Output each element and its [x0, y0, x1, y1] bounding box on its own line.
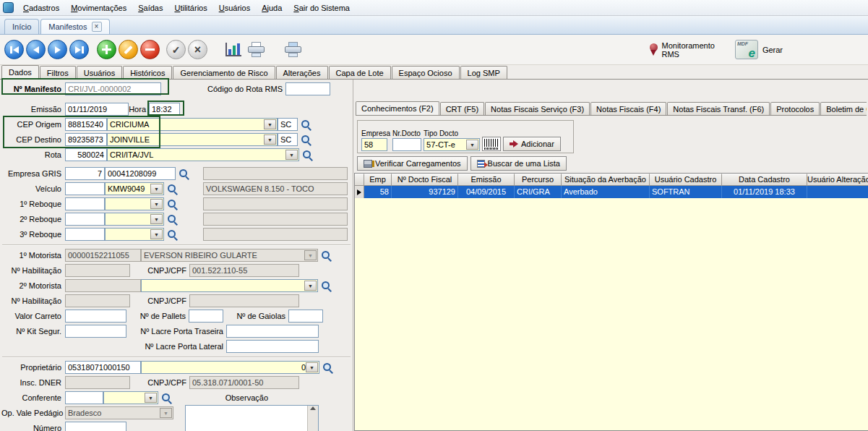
reboque2-codigo-field[interactable]: [65, 213, 105, 226]
conferente-combo[interactable]: [103, 391, 158, 404]
monitoramento-rms-button[interactable]: Monitoramento RMS: [662, 41, 715, 59]
pallets-field[interactable]: [189, 310, 223, 323]
mdfe-icon[interactable]: MDF e: [735, 40, 758, 59]
empresa-gris-search-icon[interactable]: [178, 168, 190, 180]
col-usuario-cadastro[interactable]: Usuário Cadastro: [650, 174, 722, 186]
motorista2-combo[interactable]: [141, 279, 318, 292]
numero-field[interactable]: [65, 422, 126, 431]
scroll-up-icon[interactable]: [310, 406, 316, 410]
tab-usuarios[interactable]: Usuários: [77, 66, 122, 79]
edit-record-button[interactable]: [119, 40, 138, 59]
reboque2-combo[interactable]: [105, 213, 164, 226]
tab-nf-servico[interactable]: Notas Fiscais Serviço (F3): [485, 102, 590, 115]
tab-notas-fiscais[interactable]: Notas Fiscais (F4): [590, 102, 666, 115]
cidade-destino-combo[interactable]: JOINVILLE: [107, 133, 278, 146]
tab-manifestos[interactable]: Manifestos: [40, 19, 109, 34]
col-percurso[interactable]: Percurso: [515, 174, 562, 186]
close-tab-icon[interactable]: [92, 22, 102, 32]
conferente-search-icon[interactable]: [160, 392, 173, 404]
grid-row[interactable]: 58 937129 04/09/2015 CRI/GRA Averbado SO…: [355, 186, 868, 198]
rota-search-icon[interactable]: [301, 149, 314, 161]
cep-destino-field[interactable]: 89235873: [65, 133, 107, 146]
empresa-field[interactable]: 58: [361, 138, 387, 151]
buscar-lista-button[interactable]: Buscar de uma Lista: [470, 156, 567, 171]
proprietario-codigo-field[interactable]: 05318071000150: [65, 361, 141, 374]
veiculo-search-icon[interactable]: [166, 183, 179, 195]
menu-item-saidas[interactable]: Saídas: [133, 1, 168, 14]
reboque3-codigo-field[interactable]: [65, 228, 105, 241]
menu-item-ajuda[interactable]: Ajuda: [257, 1, 287, 14]
print-button[interactable]: [247, 42, 265, 57]
reboque3-search-icon[interactable]: [166, 229, 179, 241]
tab-filtros[interactable]: Filtros: [40, 66, 76, 79]
menu-item-cadastros[interactable]: Cadastros: [18, 1, 64, 14]
col-data-cadastro[interactable]: Data Cadastro: [722, 174, 807, 186]
first-record-button[interactable]: [4, 40, 24, 59]
reboque1-search-icon[interactable]: [166, 198, 179, 210]
tab-inicio[interactable]: Início: [4, 19, 39, 34]
empresa-gris-codigo-field[interactable]: 7: [65, 167, 105, 180]
tab-dados[interactable]: Dados: [1, 65, 39, 80]
proprietario-search-icon[interactable]: [322, 362, 334, 374]
tab-protocolos[interactable]: Protocolos: [770, 102, 820, 115]
previous-record-button[interactable]: [26, 40, 46, 59]
gaiolas-field[interactable]: [288, 310, 323, 323]
rota-codigo-field[interactable]: 580024: [65, 148, 107, 161]
next-record-button[interactable]: [48, 40, 67, 59]
kit-segur-field[interactable]: [65, 325, 126, 338]
cep-destino-search-icon[interactable]: [300, 134, 312, 146]
veiculo-codigo-field[interactable]: [65, 182, 105, 195]
observacao-textarea[interactable]: [185, 405, 319, 431]
tab-log-smp[interactable]: Log SMP: [460, 66, 507, 79]
empresa-gris-field[interactable]: 00041208099: [105, 167, 176, 180]
tab-gerenciamento-risco[interactable]: Gerenciamento de Risco: [173, 66, 275, 79]
proprietario-combo[interactable]: 0: [141, 361, 319, 374]
lacre-lateral-field[interactable]: [226, 340, 319, 353]
col-docto-fiscal[interactable]: Nº Docto Fiscal: [392, 174, 458, 186]
menu-item-utilitarios[interactable]: Utilitários: [169, 1, 212, 14]
rota-combo[interactable]: CRI/ITA/JVL: [107, 148, 299, 161]
uf-destino-field[interactable]: SC: [278, 133, 298, 146]
tab-espaco-ocioso[interactable]: Espaço Ocioso: [392, 66, 460, 79]
reboque1-combo[interactable]: [105, 197, 164, 210]
rota-rms-field[interactable]: [285, 82, 330, 95]
tab-alteracoes[interactable]: Alterações: [276, 66, 328, 79]
delete-record-button[interactable]: [140, 40, 160, 59]
chart-button[interactable]: [225, 43, 241, 56]
motorista2-search-icon[interactable]: [320, 280, 332, 292]
mdfe-gerar-button[interactable]: Gerar: [762, 46, 783, 54]
col-emissao[interactable]: Emissão: [458, 174, 515, 186]
cancel-button[interactable]: [188, 40, 207, 59]
menu-item-usuarios[interactable]: Usuários: [214, 1, 255, 14]
tab-boletim-ocorrencia[interactable]: Boletim de Ocorrência: [820, 102, 867, 115]
cidade-origem-combo[interactable]: CRICIUMA: [107, 118, 278, 131]
col-emp[interactable]: Emp: [364, 174, 392, 186]
lacre-traseira-field[interactable]: [226, 325, 319, 338]
uf-origem-field[interactable]: SC: [278, 118, 298, 131]
confirm-button[interactable]: [166, 40, 186, 59]
tipodocto-combo[interactable]: 57-CT-e: [424, 138, 480, 151]
hora-field[interactable]: 18:32: [149, 103, 180, 116]
veiculo-placa-combo[interactable]: KMW9049: [105, 182, 164, 195]
last-record-button[interactable]: [69, 40, 89, 59]
conferente-codigo-field[interactable]: [65, 391, 103, 404]
adicionar-button[interactable]: Adicionar: [503, 137, 561, 151]
barcode-icon[interactable]: [482, 137, 501, 151]
tab-conhecimentos[interactable]: Conhecimentos (F2): [356, 101, 439, 116]
grid-empty-area[interactable]: [355, 198, 868, 430]
cep-origem-field[interactable]: 88815240: [65, 118, 107, 131]
observacao-scrollbar[interactable]: [307, 406, 318, 431]
tab-capa-lote[interactable]: Capa de Lote: [329, 66, 391, 79]
print-secondary-button[interactable]: [284, 42, 302, 57]
verificar-carregamentos-button[interactable]: Verificar Carregamentos: [357, 156, 468, 171]
menu-item-sair[interactable]: Sair do Sistema: [288, 1, 355, 14]
tab-historicos[interactable]: Históricos: [123, 66, 172, 79]
tab-nf-transf[interactable]: Notas Fiscais Transf. (F6): [667, 102, 770, 115]
col-situacao[interactable]: Situação da Averbação: [562, 174, 650, 186]
valor-carreto-field[interactable]: [65, 310, 126, 323]
tab-crt[interactable]: CRT (F5): [440, 102, 484, 115]
reboque2-search-icon[interactable]: [166, 213, 179, 226]
emissao-field[interactable]: 01/11/2019: [65, 103, 129, 116]
app-icon[interactable]: [3, 2, 14, 13]
manifesto-field[interactable]: CRI/JVL-0000002: [65, 82, 161, 95]
